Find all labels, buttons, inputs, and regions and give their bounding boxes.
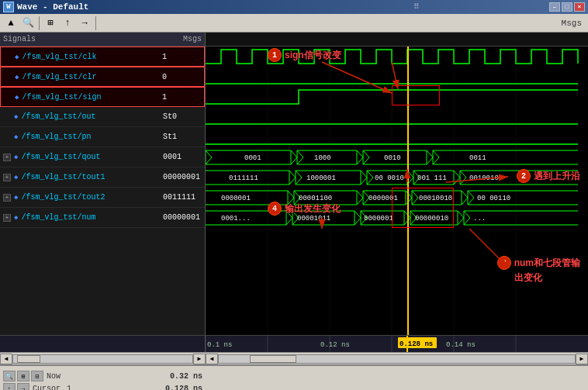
minimize-button[interactable]: – [549,2,560,12]
scroll-left-btn[interactable]: ◀ [0,354,12,364]
signal-row-5[interactable]: +◆/fsm_vlg_tst/qout0001 [0,147,205,167]
maximize-button[interactable]: □ [562,2,572,12]
toolbar-fit-icon[interactable]: ⊞ [43,16,58,31]
signal-row-0[interactable]: ◆/fsm_vlg_tst/clk1 [0,47,205,67]
left-scroll-thumb[interactable] [17,355,40,363]
signal-row-6[interactable]: +◆/fsm_vlg_tst/tout100000001 [0,167,205,188]
status-left: 🔍 ⊞ ⊟ Now 0.32 ns ↑ → Cursor 1 0.128 ns [3,368,209,390]
svg-marker-59 [462,191,468,205]
signal-row-1[interactable]: ◆/fsm_vlg_tst/clr0 [0,67,205,87]
status-icons-2: ↑ → [3,383,29,390]
signal-icon-4: ◆ [14,133,18,141]
svg-text:00000010: 00000010 [415,215,448,223]
svg-marker-74 [355,211,361,225]
waveform-panel[interactable]: 0001 1000 0010 0011 [206,33,588,335]
svg-marker-37 [460,171,466,185]
svg-text:00001011: 00001011 [297,215,330,223]
signal-value-1: 0 [162,73,201,81]
svg-text:0111111: 0111111 [229,174,258,182]
status-icon-1[interactable]: 🔍 [3,371,16,381]
waveform-area[interactable]: 0001 1000 0010 0011 [206,47,588,335]
right-scroll-track[interactable] [218,354,576,364]
now-label: Now [47,372,78,381]
status-icon-2[interactable]: ⊞ [17,371,29,381]
expand-btn-6[interactable]: + [3,174,11,181]
expand-btn-7[interactable]: + [3,194,11,202]
waveform-svg: 0001 1000 0010 0011 [206,47,588,335]
msgs-header-label: Msgs [183,35,202,43]
signal-panel: Signals Msgs ◆/fsm_vlg_tst/clk1◆/fsm_vlg… [0,33,206,335]
svg-text:0001...: 0001... [221,215,251,223]
signal-value-4: St1 [163,133,202,141]
svg-marker-25 [296,171,302,185]
svg-marker-82 [458,211,464,225]
status-icon-4[interactable]: ↑ [3,383,16,390]
status-icon-3[interactable]: ⊟ [31,371,43,381]
scroll-left-btn2[interactable]: ◀ [206,354,218,364]
left-scroll-track[interactable] [12,354,193,364]
cursor-label: Cursor [33,385,64,391]
signal-name-5: /fsm_vlg_tst/qout [21,153,163,161]
signal-name-8: /fsm_vlg_tst/num [21,213,163,222]
main-area: Signals Msgs ◆/fsm_vlg_tst/clk1◆/fsm_vlg… [0,33,588,335]
svg-marker-47 [288,191,294,205]
signal-row-2[interactable]: ◆/fsm_vlg_tst/sign1 [0,87,205,107]
timeline-right: 0.1 ns 0.12 ns 0.14 ns 0.128 ns [206,336,588,352]
titlebar: W Wave - Default ⠿ – □ × [0,0,588,14]
signal-name-3: /fsm_vlg_tst/out [21,112,163,121]
svg-text:00001100: 00001100 [299,195,332,202]
svg-marker-24 [289,171,296,185]
signal-row-7[interactable]: +◆/fsm_vlg_tst/tout20011111 [0,188,205,208]
signal-name-1: /fsm_vlg_tst/clr [22,73,162,81]
right-scroll-thumb[interactable] [250,355,296,363]
signal-icon-1: ◆ [15,73,19,81]
scroll-right-btn1[interactable]: ▶ [193,354,206,364]
signal-row-8[interactable]: +◆/fsm_vlg_tst/num00000001 [0,208,205,228]
toolbar-separator2 [95,16,96,30]
svg-marker-70 [286,211,292,225]
signal-name-6: /fsm_vlg_tst/tout1 [21,173,163,181]
svg-text:1000: 1000 [314,154,331,162]
expand-btn-5[interactable]: + [3,154,11,161]
app-icon: W [6,3,10,11]
svg-marker-83 [464,211,470,225]
horizontal-scrollbar: ◀ ▶ ◀ ▶ [0,352,588,364]
toolbar: ▲ 🔍 ⊞ ↑ → Msgs [0,14,588,33]
grip-handle: ⠿ [413,2,419,12]
signal-name-2: /fsm_vlg_tst/sign [22,93,162,102]
toolbar-separator [39,16,40,30]
signal-row-3[interactable]: ◆/fsm_vlg_tst/outSt0 [0,107,205,127]
svg-text:1000001: 1000001 [306,174,336,182]
signal-value-7: 0011111 [163,193,202,202]
svg-text:0000001: 0000001 [364,215,393,223]
status-icon-5[interactable]: → [17,383,29,390]
now-time: 0.32 ns [170,372,209,381]
signal-row-4[interactable]: ◆/fsm_vlg_tst/pnSt1 [0,127,205,147]
signal-icon-8: ◆ [14,213,18,222]
svg-marker-55 [406,191,412,205]
signal-value-2: 1 [162,93,201,102]
svg-text:00 0010: 00 0010 [375,174,404,182]
signal-icon-3: ◆ [14,112,18,121]
toolbar-arrow-icon[interactable]: → [77,16,92,31]
signal-icon-5: ◆ [14,153,18,161]
close-button[interactable]: × [574,2,585,12]
waveform-header [206,33,588,47]
svg-marker-32 [407,171,413,185]
status-icons: 🔍 ⊞ ⊟ [3,371,43,381]
svg-marker-6 [291,150,297,164]
svg-marker-78 [404,211,410,225]
toolbar-zoomin-icon[interactable]: 🔍 [20,16,36,31]
timeline: 0.1 ns 0.12 ns 0.14 ns 0.128 ns [0,335,588,352]
signal-value-3: St0 [163,112,202,121]
signal-icon-7: ◆ [14,193,18,202]
svg-text:0.12 ns: 0.12 ns [320,341,350,349]
toolbar-cursor-icon[interactable]: ↑ [60,16,75,31]
titlebar-title: Wave - Default [17,2,283,12]
toolbar-up-icon[interactable]: ▲ [3,16,19,31]
svg-text:0.14 ns: 0.14 ns [446,341,476,349]
svg-text:0010010: 0010010 [469,174,499,182]
expand-btn-8[interactable]: + [3,214,11,222]
scroll-right-btn2[interactable]: ▶ [576,354,588,364]
signal-value-0: 1 [162,53,201,61]
